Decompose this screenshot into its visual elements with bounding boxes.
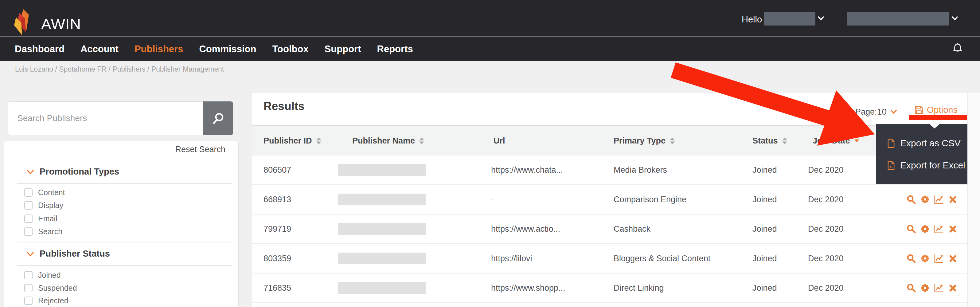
options-export-menu: Export as CSV x Export for Excel xyxy=(876,124,967,184)
results-title: Results xyxy=(264,100,305,113)
performance-chart-icon[interactable] xyxy=(934,224,944,234)
page-right-margin xyxy=(968,93,980,307)
awin-logo-text: AWIN xyxy=(41,15,81,33)
publisher-name-redacted xyxy=(338,223,426,235)
publisher-id: 799719 xyxy=(264,224,291,234)
search-publisher-icon[interactable] xyxy=(906,283,916,293)
nav-item-reports[interactable]: Reports xyxy=(377,44,413,55)
primary-type: Media Brokers xyxy=(614,165,667,175)
filter-option-joined: Joined xyxy=(24,271,61,279)
search-icon xyxy=(212,112,225,125)
filter-option-display: Display xyxy=(24,201,63,209)
search-publisher-icon[interactable] xyxy=(906,195,916,205)
row-actions xyxy=(906,244,958,273)
sort-icon xyxy=(419,138,424,144)
remove-x-icon[interactable] xyxy=(948,254,958,263)
settings-gear-icon[interactable] xyxy=(920,195,930,205)
checkbox-email[interactable] xyxy=(24,214,33,223)
results-per-page-value[interactable]: 10 xyxy=(877,107,887,117)
main-nav: Dashboard Account Publishers Commission … xyxy=(0,37,980,61)
search-input[interactable] xyxy=(8,101,203,135)
nav-item-commission[interactable]: Commission xyxy=(199,44,256,55)
divider xyxy=(17,265,232,266)
join-date: Dec 2020 xyxy=(808,283,844,293)
join-date: Dec 2020 xyxy=(808,254,844,263)
performance-chart-icon[interactable] xyxy=(934,254,944,263)
row-actions xyxy=(906,273,958,302)
section-title-publisher-status[interactable]: Publisher Status xyxy=(40,249,110,259)
publisher-url: https://www.chata... xyxy=(491,165,563,175)
notifications-bell-icon[interactable] xyxy=(952,42,963,56)
column-header-join-date[interactable]: Join Date xyxy=(813,136,859,146)
status: Joined xyxy=(752,283,777,293)
chevron-down-icon[interactable] xyxy=(890,110,897,114)
sort-desc-icon xyxy=(854,139,859,142)
search-button[interactable] xyxy=(203,101,233,135)
publisher-name-redacted xyxy=(338,282,426,294)
publisher-id: 668913 xyxy=(264,195,291,205)
checkbox-content[interactable] xyxy=(24,189,33,197)
performance-chart-icon[interactable] xyxy=(934,195,944,205)
remove-x-icon[interactable] xyxy=(948,224,958,234)
nav-item-support[interactable]: Support xyxy=(325,44,361,55)
chevron-down-icon[interactable] xyxy=(27,252,34,257)
column-header-publisher-name[interactable]: Publisher Name xyxy=(352,136,424,146)
filter-option-rejected: Rejected xyxy=(24,296,68,305)
checkbox-suspended[interactable] xyxy=(24,284,33,292)
options-button[interactable]: Options xyxy=(914,105,958,115)
chevron-down-icon[interactable] xyxy=(818,16,824,21)
reset-search-link[interactable]: Reset Search xyxy=(175,145,226,154)
filter-option-suspended: Suspended xyxy=(24,284,77,292)
nav-item-publishers[interactable]: Publishers xyxy=(135,44,183,55)
chevron-down-icon[interactable] xyxy=(951,16,958,21)
checkbox-joined[interactable] xyxy=(24,271,33,279)
publisher-id: 803359 xyxy=(264,254,291,263)
user-menu-redacted[interactable] xyxy=(764,12,815,26)
section-title-promotional-types[interactable]: Promotional Types xyxy=(40,166,119,177)
table-row: 799719 https://www.actio... Cashback Joi… xyxy=(252,214,967,244)
row-actions xyxy=(906,185,958,214)
checkbox-display[interactable] xyxy=(24,201,33,209)
table-row: 716835 https://www.shopp... Direct Linki… xyxy=(252,273,967,303)
primary-type: Cashback xyxy=(614,224,651,234)
nav-item-dashboard[interactable]: Dashboard xyxy=(15,44,65,55)
awin-logo[interactable]: AWIN xyxy=(12,2,104,34)
breadcrumb: Luis Lozano / Spotahome FR / Publishers … xyxy=(15,65,224,74)
sort-icon xyxy=(670,138,675,144)
publisher-name-redacted xyxy=(338,193,426,205)
chevron-down-icon[interactable] xyxy=(27,170,34,174)
table-row: 668913 - Comparison Engine Joined Dec 20… xyxy=(252,185,967,214)
filter-option-content: Content xyxy=(24,188,65,197)
filter-option-search: Search xyxy=(24,227,62,236)
primary-type: Direct Linking xyxy=(614,283,664,293)
column-header-status[interactable]: Status xyxy=(752,136,787,146)
checkbox-rejected[interactable] xyxy=(24,297,33,305)
filter-option-email: Email xyxy=(24,214,57,223)
sort-icon xyxy=(782,138,787,144)
account-selector-redacted[interactable] xyxy=(847,12,949,26)
publisher-management-page: AWIN Hello Dashboard Account Publishers … xyxy=(0,0,980,307)
menu-item-export-csv[interactable]: Export as CSV xyxy=(887,136,961,151)
remove-x-icon[interactable] xyxy=(948,195,958,205)
publisher-url: https://www.shopp... xyxy=(491,283,565,293)
menu-caret xyxy=(929,124,940,128)
table-row: 806507 https://www.chata... Media Broker… xyxy=(252,155,967,185)
settings-gear-icon[interactable] xyxy=(920,224,930,234)
top-bar: AWIN Hello xyxy=(0,0,980,37)
checkbox-search[interactable] xyxy=(24,227,33,236)
column-header-publisher-id[interactable]: Publisher ID xyxy=(264,136,321,146)
search-publisher-icon[interactable] xyxy=(906,224,916,234)
column-header-primary-type[interactable]: Primary Type xyxy=(614,136,675,146)
settings-gear-icon[interactable] xyxy=(920,254,930,263)
publisher-name-redacted xyxy=(338,164,426,176)
primary-type: Comparison Engine xyxy=(614,195,686,205)
remove-x-icon[interactable] xyxy=(948,283,958,293)
publisher-name-redacted xyxy=(338,253,426,264)
performance-chart-icon[interactable] xyxy=(934,283,944,293)
settings-gear-icon[interactable] xyxy=(920,283,930,293)
nav-item-account[interactable]: Account xyxy=(81,44,119,55)
menu-item-export-excel[interactable]: x Export for Excel xyxy=(887,158,965,173)
join-date: Dec 2020 xyxy=(808,195,844,205)
search-publisher-icon[interactable] xyxy=(906,254,916,263)
nav-item-toolbox[interactable]: Toolbox xyxy=(272,44,308,55)
